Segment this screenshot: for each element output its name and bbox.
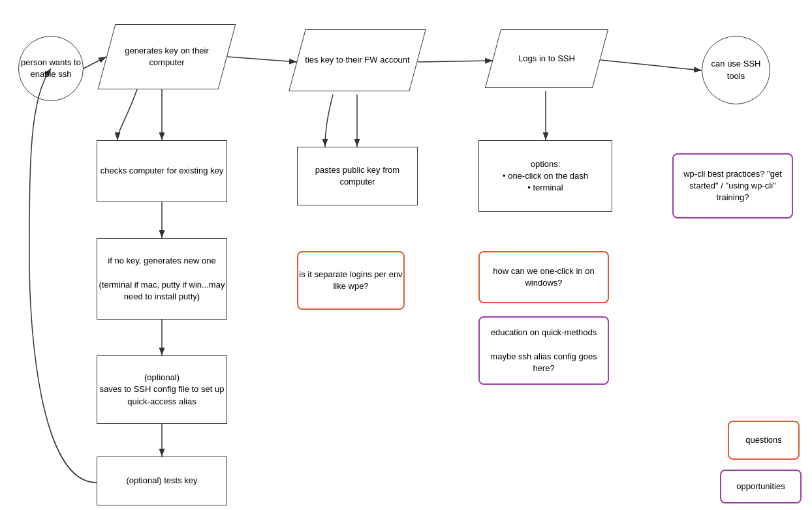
options-label: options:• one-click on the dash• termina… — [503, 158, 588, 194]
pastes-key-label: pastes public key from computer — [298, 164, 417, 188]
person-node: person wants to enable ssh — [18, 36, 84, 101]
svg-line-1 — [227, 57, 297, 62]
ties-key-label: ties key to their FW account — [305, 54, 409, 66]
logs-in-node: Logs in to SSH — [493, 29, 601, 88]
saves-config-node: (optional)saves to SSH config file to se… — [97, 355, 227, 424]
wp-cli-node: wp-cli best practices? "get started" / "… — [672, 153, 793, 218]
one-click-win-label: how can we one-click in on windows? — [480, 265, 608, 289]
saves-config-label: (optional)saves to SSH config file to se… — [97, 372, 226, 408]
svg-line-3 — [601, 60, 702, 70]
education-label: education on quick-methodsmaybe ssh alia… — [480, 327, 608, 374]
one-click-win-node: how can we one-click in on windows? — [478, 251, 609, 303]
diagram: person wants to enable ssh generates key… — [0, 0, 812, 510]
person-label: person wants to enable ssh — [19, 57, 83, 80]
pastes-key-node: pastes public key from computer — [297, 147, 418, 205]
generates-new-label: if no key, generates new one(terminal if… — [97, 255, 226, 303]
questions-node: questions — [728, 421, 800, 460]
wp-cli-label: wp-cli best practices? "get started" / "… — [674, 168, 792, 204]
generates-key-node: generates key on their computer — [106, 24, 227, 89]
education-node: education on quick-methodsmaybe ssh alia… — [478, 316, 609, 385]
opportunities-node: opportunities — [720, 470, 802, 503]
separate-logins-node: is it separate logins per env like wpe? — [297, 251, 405, 310]
generates-new-node: if no key, generates new one(terminal if… — [97, 238, 227, 320]
options-node: options:• one-click on the dash• termina… — [478, 140, 612, 212]
separate-logins-label: is it separate logins per env like wpe? — [298, 269, 403, 292]
can-use-label: can use SSH tools — [702, 58, 770, 82]
opportunities-label: opportunities — [736, 481, 785, 492]
questions-label: questions — [745, 434, 782, 446]
checks-key-label: checks computer for existing key — [101, 165, 224, 177]
logs-in-label: Logs in to SSH — [518, 53, 575, 65]
generates-key-label: generates key on their computer — [106, 45, 227, 68]
tests-key-node: (optional) tests key — [97, 457, 227, 505]
can-use-node: can use SSH tools — [702, 36, 770, 104]
svg-line-2 — [418, 61, 493, 62]
checks-key-node: checks computer for existing key — [97, 140, 227, 202]
tests-key-label: (optional) tests key — [126, 475, 197, 487]
ties-key-node: ties key to their FW account — [297, 29, 418, 91]
